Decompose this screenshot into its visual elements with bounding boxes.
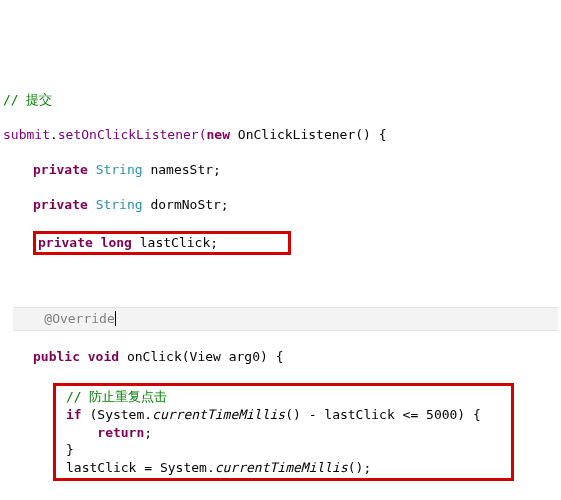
- text-cursor: [115, 311, 116, 326]
- comment-line: // 提交: [3, 91, 558, 109]
- code-editor: // 提交 submit.setOnClickListener(new OnCl…: [3, 73, 558, 500]
- code-line: submit.setOnClickListener(new OnClickLis…: [3, 126, 558, 144]
- blank-line: [3, 272, 558, 290]
- highlight-box-1: private long lastClick;: [3, 231, 558, 255]
- code-line: public void onClick(View arg0) {: [3, 348, 558, 366]
- code-line: private String namesStr;: [3, 161, 558, 179]
- annotation-line: @Override: [13, 307, 558, 331]
- code-line: private String dormNoStr;: [3, 196, 558, 214]
- highlight-box-2: // 防止重复点击if (System.currentTimeMillis() …: [3, 383, 558, 481]
